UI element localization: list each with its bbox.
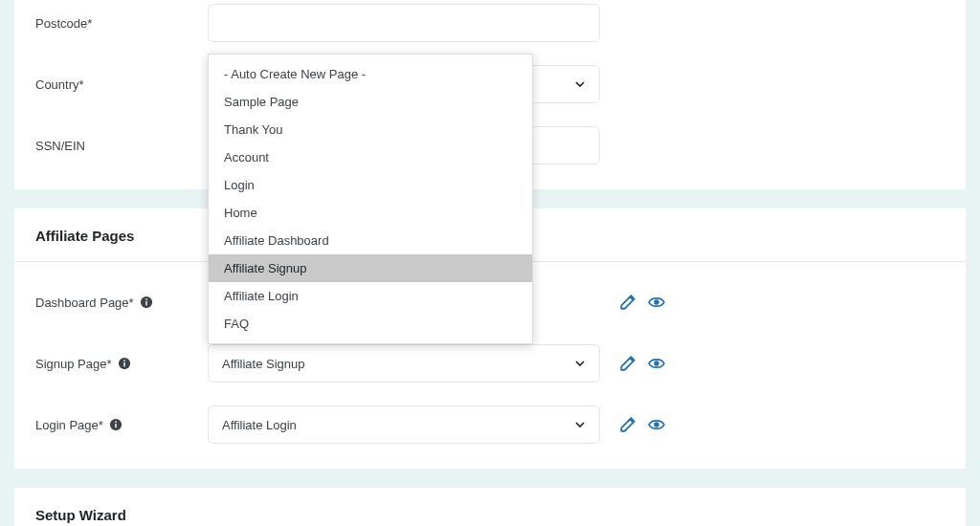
chevron-down-icon bbox=[574, 419, 586, 430]
postcode-row: Postcode* bbox=[14, 4, 966, 42]
dropdown-item[interactable]: Affiliate Login bbox=[209, 282, 532, 310]
signup-page-label: Signup Page* bbox=[35, 357, 208, 371]
setup-wizard-panel: Setup Wizard Use our configuration wizar… bbox=[14, 488, 966, 526]
dropdown-item[interactable]: Login bbox=[209, 171, 532, 199]
dropdown-item[interactable]: Account bbox=[209, 143, 532, 171]
form-panel: Postcode* Country* - Auto Create New Pag… bbox=[14, 0, 966, 189]
view-icon[interactable] bbox=[646, 292, 667, 313]
dropdown-item[interactable]: FAQ bbox=[209, 310, 532, 338]
dropdown-item[interactable]: - Auto Create New Page - bbox=[209, 60, 532, 88]
signup-page-row: Signup Page* Affiliate Signup bbox=[14, 344, 966, 383]
dropdown-item[interactable]: Thank You bbox=[209, 116, 532, 143]
signup-page-value: Affiliate Signup bbox=[222, 357, 305, 371]
chevron-down-icon bbox=[574, 78, 586, 90]
chevron-down-icon bbox=[574, 358, 586, 369]
login-page-label: Login Page* bbox=[35, 418, 208, 432]
dropdown-item[interactable]: Affiliate Dashboard bbox=[209, 227, 532, 254]
country-row: Country* - Auto Create New Page -Sample … bbox=[14, 65, 966, 103]
edit-icon[interactable] bbox=[617, 353, 638, 374]
info-icon[interactable] bbox=[118, 357, 131, 370]
postcode-label: Postcode* bbox=[35, 16, 208, 31]
postcode-input[interactable] bbox=[208, 4, 600, 42]
page-dropdown[interactable]: - Auto Create New Page -Sample PageThank… bbox=[208, 54, 533, 344]
edit-icon[interactable] bbox=[617, 414, 638, 435]
edit-icon[interactable] bbox=[617, 292, 638, 313]
info-icon[interactable] bbox=[140, 296, 153, 309]
info-icon[interactable] bbox=[109, 418, 122, 431]
dashboard-actions bbox=[617, 292, 667, 313]
login-actions bbox=[617, 414, 667, 435]
view-icon[interactable] bbox=[646, 353, 667, 374]
dropdown-item[interactable]: Home bbox=[209, 199, 532, 227]
ssn-label: SSN/EIN bbox=[35, 139, 208, 153]
login-page-select[interactable]: Affiliate Login bbox=[208, 405, 600, 444]
signup-actions bbox=[617, 353, 667, 374]
dashboard-page-label: Dashboard Page* bbox=[35, 296, 208, 310]
view-icon[interactable] bbox=[646, 414, 667, 435]
dropdown-item[interactable]: Affiliate Signup bbox=[209, 254, 532, 282]
signup-page-select[interactable]: Affiliate Signup bbox=[208, 344, 600, 383]
dropdown-item[interactable]: Sample Page bbox=[209, 88, 532, 116]
login-page-row: Login Page* Affiliate Login bbox=[14, 405, 966, 444]
country-label: Country* bbox=[35, 77, 208, 92]
setup-wizard-title: Setup Wizard bbox=[14, 507, 966, 526]
login-page-value: Affiliate Login bbox=[222, 418, 297, 432]
